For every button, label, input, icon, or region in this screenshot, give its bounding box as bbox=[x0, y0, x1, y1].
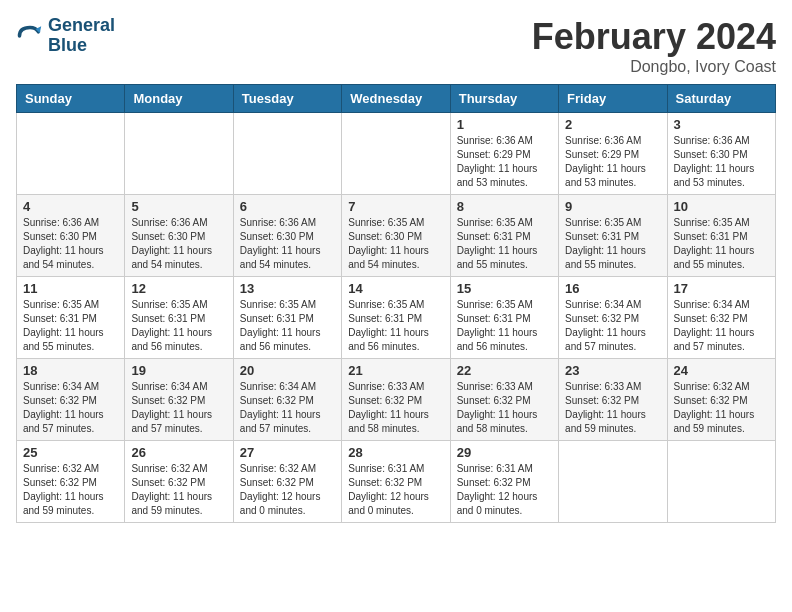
weekday-header-friday: Friday bbox=[559, 85, 667, 113]
day-number: 9 bbox=[565, 199, 660, 214]
day-info: Sunrise: 6:34 AM Sunset: 6:32 PM Dayligh… bbox=[23, 380, 118, 436]
day-number: 28 bbox=[348, 445, 443, 460]
day-info: Sunrise: 6:36 AM Sunset: 6:30 PM Dayligh… bbox=[240, 216, 335, 272]
day-number: 6 bbox=[240, 199, 335, 214]
calendar-cell bbox=[342, 113, 450, 195]
day-number: 18 bbox=[23, 363, 118, 378]
location: Dongbo, Ivory Coast bbox=[532, 58, 776, 76]
day-number: 26 bbox=[131, 445, 226, 460]
logo-text: General Blue bbox=[48, 16, 115, 56]
calendar-cell: 7Sunrise: 6:35 AM Sunset: 6:30 PM Daylig… bbox=[342, 195, 450, 277]
calendar-cell: 24Sunrise: 6:32 AM Sunset: 6:32 PM Dayli… bbox=[667, 359, 775, 441]
day-info: Sunrise: 6:34 AM Sunset: 6:32 PM Dayligh… bbox=[240, 380, 335, 436]
calendar-cell: 11Sunrise: 6:35 AM Sunset: 6:31 PM Dayli… bbox=[17, 277, 125, 359]
day-info: Sunrise: 6:35 AM Sunset: 6:31 PM Dayligh… bbox=[457, 216, 552, 272]
calendar-cell bbox=[125, 113, 233, 195]
logo-line2: Blue bbox=[48, 36, 115, 56]
day-info: Sunrise: 6:35 AM Sunset: 6:31 PM Dayligh… bbox=[23, 298, 118, 354]
day-info: Sunrise: 6:34 AM Sunset: 6:32 PM Dayligh… bbox=[674, 298, 769, 354]
day-number: 20 bbox=[240, 363, 335, 378]
day-info: Sunrise: 6:36 AM Sunset: 6:29 PM Dayligh… bbox=[457, 134, 552, 190]
day-number: 23 bbox=[565, 363, 660, 378]
day-info: Sunrise: 6:31 AM Sunset: 6:32 PM Dayligh… bbox=[348, 462, 443, 518]
day-info: Sunrise: 6:33 AM Sunset: 6:32 PM Dayligh… bbox=[348, 380, 443, 436]
day-number: 12 bbox=[131, 281, 226, 296]
day-info: Sunrise: 6:32 AM Sunset: 6:32 PM Dayligh… bbox=[23, 462, 118, 518]
day-number: 13 bbox=[240, 281, 335, 296]
calendar-cell: 18Sunrise: 6:34 AM Sunset: 6:32 PM Dayli… bbox=[17, 359, 125, 441]
day-info: Sunrise: 6:34 AM Sunset: 6:32 PM Dayligh… bbox=[565, 298, 660, 354]
day-number: 5 bbox=[131, 199, 226, 214]
calendar-cell: 16Sunrise: 6:34 AM Sunset: 6:32 PM Dayli… bbox=[559, 277, 667, 359]
calendar-cell: 12Sunrise: 6:35 AM Sunset: 6:31 PM Dayli… bbox=[125, 277, 233, 359]
calendar-cell bbox=[559, 441, 667, 523]
calendar-cell: 5Sunrise: 6:36 AM Sunset: 6:30 PM Daylig… bbox=[125, 195, 233, 277]
day-number: 19 bbox=[131, 363, 226, 378]
day-number: 17 bbox=[674, 281, 769, 296]
calendar-cell: 20Sunrise: 6:34 AM Sunset: 6:32 PM Dayli… bbox=[233, 359, 341, 441]
day-info: Sunrise: 6:32 AM Sunset: 6:32 PM Dayligh… bbox=[240, 462, 335, 518]
day-number: 29 bbox=[457, 445, 552, 460]
day-number: 25 bbox=[23, 445, 118, 460]
day-info: Sunrise: 6:35 AM Sunset: 6:31 PM Dayligh… bbox=[131, 298, 226, 354]
day-info: Sunrise: 6:32 AM Sunset: 6:32 PM Dayligh… bbox=[674, 380, 769, 436]
day-number: 21 bbox=[348, 363, 443, 378]
day-info: Sunrise: 6:33 AM Sunset: 6:32 PM Dayligh… bbox=[565, 380, 660, 436]
day-info: Sunrise: 6:35 AM Sunset: 6:31 PM Dayligh… bbox=[565, 216, 660, 272]
calendar-cell: 4Sunrise: 6:36 AM Sunset: 6:30 PM Daylig… bbox=[17, 195, 125, 277]
week-row-3: 18Sunrise: 6:34 AM Sunset: 6:32 PM Dayli… bbox=[17, 359, 776, 441]
calendar-cell: 17Sunrise: 6:34 AM Sunset: 6:32 PM Dayli… bbox=[667, 277, 775, 359]
calendar-cell: 8Sunrise: 6:35 AM Sunset: 6:31 PM Daylig… bbox=[450, 195, 558, 277]
weekday-header-saturday: Saturday bbox=[667, 85, 775, 113]
calendar-cell: 28Sunrise: 6:31 AM Sunset: 6:32 PM Dayli… bbox=[342, 441, 450, 523]
day-number: 10 bbox=[674, 199, 769, 214]
logo-icon bbox=[16, 22, 44, 50]
month-title: February 2024 bbox=[532, 16, 776, 58]
logo-line1: General bbox=[48, 16, 115, 36]
day-info: Sunrise: 6:36 AM Sunset: 6:30 PM Dayligh… bbox=[674, 134, 769, 190]
day-number: 16 bbox=[565, 281, 660, 296]
weekday-header-tuesday: Tuesday bbox=[233, 85, 341, 113]
day-number: 14 bbox=[348, 281, 443, 296]
calendar-cell bbox=[667, 441, 775, 523]
week-row-0: 1Sunrise: 6:36 AM Sunset: 6:29 PM Daylig… bbox=[17, 113, 776, 195]
calendar-cell: 13Sunrise: 6:35 AM Sunset: 6:31 PM Dayli… bbox=[233, 277, 341, 359]
day-info: Sunrise: 6:31 AM Sunset: 6:32 PM Dayligh… bbox=[457, 462, 552, 518]
weekday-header-thursday: Thursday bbox=[450, 85, 558, 113]
calendar-cell: 2Sunrise: 6:36 AM Sunset: 6:29 PM Daylig… bbox=[559, 113, 667, 195]
day-info: Sunrise: 6:35 AM Sunset: 6:31 PM Dayligh… bbox=[348, 298, 443, 354]
logo: General Blue bbox=[16, 16, 115, 56]
day-number: 11 bbox=[23, 281, 118, 296]
day-number: 24 bbox=[674, 363, 769, 378]
day-number: 8 bbox=[457, 199, 552, 214]
calendar-cell: 21Sunrise: 6:33 AM Sunset: 6:32 PM Dayli… bbox=[342, 359, 450, 441]
day-number: 3 bbox=[674, 117, 769, 132]
day-info: Sunrise: 6:35 AM Sunset: 6:30 PM Dayligh… bbox=[348, 216, 443, 272]
day-info: Sunrise: 6:35 AM Sunset: 6:31 PM Dayligh… bbox=[457, 298, 552, 354]
weekday-header-sunday: Sunday bbox=[17, 85, 125, 113]
day-info: Sunrise: 6:36 AM Sunset: 6:29 PM Dayligh… bbox=[565, 134, 660, 190]
calendar-cell: 3Sunrise: 6:36 AM Sunset: 6:30 PM Daylig… bbox=[667, 113, 775, 195]
calendar-cell: 23Sunrise: 6:33 AM Sunset: 6:32 PM Dayli… bbox=[559, 359, 667, 441]
calendar-cell: 26Sunrise: 6:32 AM Sunset: 6:32 PM Dayli… bbox=[125, 441, 233, 523]
day-number: 15 bbox=[457, 281, 552, 296]
calendar-cell: 1Sunrise: 6:36 AM Sunset: 6:29 PM Daylig… bbox=[450, 113, 558, 195]
calendar-cell bbox=[17, 113, 125, 195]
calendar-table: SundayMondayTuesdayWednesdayThursdayFrid… bbox=[16, 84, 776, 523]
day-number: 27 bbox=[240, 445, 335, 460]
calendar-cell: 22Sunrise: 6:33 AM Sunset: 6:32 PM Dayli… bbox=[450, 359, 558, 441]
calendar-cell: 29Sunrise: 6:31 AM Sunset: 6:32 PM Dayli… bbox=[450, 441, 558, 523]
weekday-header-wednesday: Wednesday bbox=[342, 85, 450, 113]
day-info: Sunrise: 6:33 AM Sunset: 6:32 PM Dayligh… bbox=[457, 380, 552, 436]
weekday-header-monday: Monday bbox=[125, 85, 233, 113]
header: General Blue February 2024 Dongbo, Ivory… bbox=[16, 16, 776, 76]
week-row-2: 11Sunrise: 6:35 AM Sunset: 6:31 PM Dayli… bbox=[17, 277, 776, 359]
day-info: Sunrise: 6:35 AM Sunset: 6:31 PM Dayligh… bbox=[240, 298, 335, 354]
day-number: 1 bbox=[457, 117, 552, 132]
day-info: Sunrise: 6:35 AM Sunset: 6:31 PM Dayligh… bbox=[674, 216, 769, 272]
calendar-cell: 10Sunrise: 6:35 AM Sunset: 6:31 PM Dayli… bbox=[667, 195, 775, 277]
weekday-header-row: SundayMondayTuesdayWednesdayThursdayFrid… bbox=[17, 85, 776, 113]
day-number: 4 bbox=[23, 199, 118, 214]
calendar-cell: 25Sunrise: 6:32 AM Sunset: 6:32 PM Dayli… bbox=[17, 441, 125, 523]
day-info: Sunrise: 6:36 AM Sunset: 6:30 PM Dayligh… bbox=[131, 216, 226, 272]
